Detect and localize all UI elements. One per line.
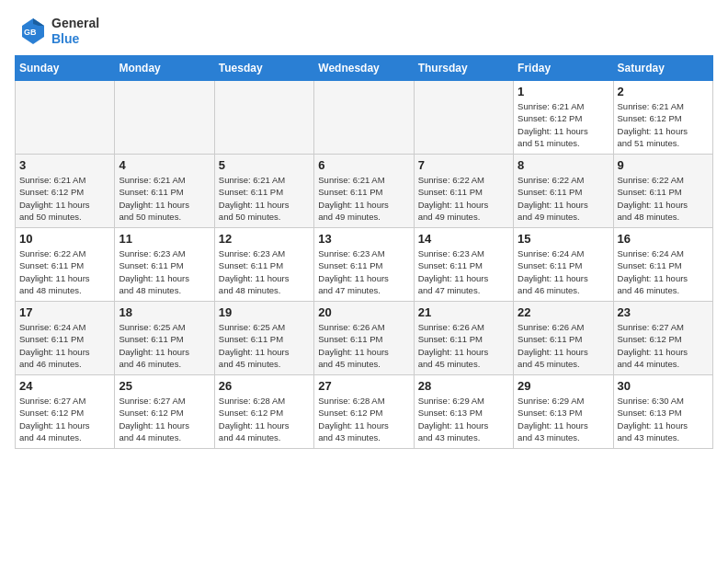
logo: GB General Blue — [15, 15, 99, 48]
day-info: Sunrise: 6:29 AMSunset: 6:13 PMDaylight:… — [418, 395, 509, 443]
logo-icon: GB — [15, 15, 48, 48]
calendar-cell: 14Sunrise: 6:23 AMSunset: 6:11 PMDayligh… — [414, 228, 513, 302]
week-row-4: 17Sunrise: 6:24 AMSunset: 6:11 PMDayligh… — [16, 302, 713, 375]
day-number: 6 — [318, 158, 409, 172]
calendar-cell: 28Sunrise: 6:29 AMSunset: 6:13 PMDayligh… — [414, 375, 513, 449]
calendar-cell: 30Sunrise: 6:30 AMSunset: 6:13 PMDayligh… — [613, 375, 712, 449]
calendar-cell: 10Sunrise: 6:22 AMSunset: 6:11 PMDayligh… — [16, 228, 115, 302]
day-number: 18 — [119, 305, 210, 319]
day-info: Sunrise: 6:24 AMSunset: 6:11 PMDaylight:… — [618, 247, 709, 296]
header-row: SundayMondayTuesdayWednesdayThursdayFrid… — [16, 56, 713, 81]
calendar-cell: 16Sunrise: 6:24 AMSunset: 6:11 PMDayligh… — [613, 228, 712, 302]
day-header-monday: Monday — [115, 56, 214, 81]
day-number: 10 — [19, 232, 110, 246]
day-number: 29 — [518, 379, 609, 393]
calendar-cell: 2Sunrise: 6:21 AMSunset: 6:12 PMDaylight… — [613, 81, 712, 155]
day-info: Sunrise: 6:22 AMSunset: 6:11 PMDaylight:… — [19, 247, 110, 296]
calendar-cell: 7Sunrise: 6:22 AMSunset: 6:11 PMDaylight… — [414, 155, 513, 228]
page-header: GB General Blue — [15, 15, 713, 48]
day-info: Sunrise: 6:23 AMSunset: 6:11 PMDaylight:… — [119, 247, 210, 296]
day-number: 22 — [518, 305, 609, 319]
day-info: Sunrise: 6:27 AMSunset: 6:12 PMDaylight:… — [618, 321, 709, 370]
calendar-cell — [214, 81, 313, 155]
day-number: 9 — [618, 158, 709, 172]
day-info: Sunrise: 6:22 AMSunset: 6:11 PMDaylight:… — [518, 174, 609, 223]
day-header-friday: Friday — [514, 56, 613, 81]
day-number: 2 — [618, 85, 709, 98]
calendar-cell: 17Sunrise: 6:24 AMSunset: 6:11 PMDayligh… — [16, 302, 115, 375]
calendar-cell: 21Sunrise: 6:26 AMSunset: 6:11 PMDayligh… — [414, 302, 513, 375]
day-number: 12 — [219, 232, 310, 246]
calendar-cell: 20Sunrise: 6:26 AMSunset: 6:11 PMDayligh… — [314, 302, 414, 375]
calendar-cell: 15Sunrise: 6:24 AMSunset: 6:11 PMDayligh… — [514, 228, 613, 302]
calendar-cell: 1Sunrise: 6:21 AMSunset: 6:12 PMDaylight… — [514, 81, 613, 155]
day-number: 8 — [518, 158, 609, 172]
day-header-tuesday: Tuesday — [214, 56, 313, 81]
calendar-cell: 18Sunrise: 6:25 AMSunset: 6:11 PMDayligh… — [115, 302, 214, 375]
day-info: Sunrise: 6:22 AMSunset: 6:11 PMDaylight:… — [618, 174, 709, 223]
day-number: 5 — [219, 158, 310, 172]
calendar-cell: 12Sunrise: 6:23 AMSunset: 6:11 PMDayligh… — [214, 228, 313, 302]
day-info: Sunrise: 6:25 AMSunset: 6:11 PMDaylight:… — [119, 321, 210, 370]
day-number: 24 — [19, 379, 110, 393]
logo-text: General Blue — [51, 16, 99, 47]
calendar-cell: 22Sunrise: 6:26 AMSunset: 6:11 PMDayligh… — [514, 302, 613, 375]
day-header-saturday: Saturday — [613, 56, 712, 81]
calendar-cell: 3Sunrise: 6:21 AMSunset: 6:12 PMDaylight… — [16, 155, 115, 228]
week-row-3: 10Sunrise: 6:22 AMSunset: 6:11 PMDayligh… — [16, 228, 713, 302]
day-number: 11 — [119, 232, 210, 246]
calendar-cell: 13Sunrise: 6:23 AMSunset: 6:11 PMDayligh… — [314, 228, 414, 302]
day-header-sunday: Sunday — [16, 56, 115, 81]
day-number: 7 — [418, 158, 509, 172]
day-number: 26 — [219, 379, 310, 393]
day-number: 13 — [318, 232, 409, 246]
day-info: Sunrise: 6:21 AMSunset: 6:11 PMDaylight:… — [219, 174, 310, 223]
day-number: 19 — [219, 305, 310, 319]
calendar-cell: 11Sunrise: 6:23 AMSunset: 6:11 PMDayligh… — [115, 228, 214, 302]
day-info: Sunrise: 6:24 AMSunset: 6:11 PMDaylight:… — [19, 321, 110, 370]
day-info: Sunrise: 6:23 AMSunset: 6:11 PMDaylight:… — [418, 247, 509, 296]
day-info: Sunrise: 6:26 AMSunset: 6:11 PMDaylight:… — [318, 321, 409, 370]
calendar-cell: 26Sunrise: 6:28 AMSunset: 6:12 PMDayligh… — [214, 375, 313, 449]
calendar-cell: 5Sunrise: 6:21 AMSunset: 6:11 PMDaylight… — [214, 155, 313, 228]
day-info: Sunrise: 6:30 AMSunset: 6:13 PMDaylight:… — [618, 395, 709, 443]
day-info: Sunrise: 6:27 AMSunset: 6:12 PMDaylight:… — [119, 395, 210, 443]
day-number: 30 — [618, 379, 709, 393]
calendar-cell: 23Sunrise: 6:27 AMSunset: 6:12 PMDayligh… — [613, 302, 712, 375]
day-header-wednesday: Wednesday — [314, 56, 414, 81]
day-info: Sunrise: 6:21 AMSunset: 6:11 PMDaylight:… — [318, 174, 409, 223]
day-number: 14 — [418, 232, 509, 246]
day-number: 23 — [618, 305, 709, 319]
svg-text:GB: GB — [24, 28, 37, 37]
calendar-cell: 6Sunrise: 6:21 AMSunset: 6:11 PMDaylight… — [314, 155, 414, 228]
day-header-thursday: Thursday — [414, 56, 513, 81]
day-number: 28 — [418, 379, 509, 393]
day-info: Sunrise: 6:27 AMSunset: 6:12 PMDaylight:… — [19, 395, 110, 443]
day-number: 1 — [518, 85, 609, 98]
day-number: 21 — [418, 305, 509, 319]
calendar-cell — [314, 81, 414, 155]
calendar-cell: 24Sunrise: 6:27 AMSunset: 6:12 PMDayligh… — [16, 375, 115, 449]
calendar-cell — [414, 81, 513, 155]
day-info: Sunrise: 6:21 AMSunset: 6:12 PMDaylight:… — [518, 100, 609, 149]
day-number: 15 — [518, 232, 609, 246]
day-info: Sunrise: 6:23 AMSunset: 6:11 PMDaylight:… — [318, 247, 409, 296]
day-info: Sunrise: 6:21 AMSunset: 6:12 PMDaylight:… — [19, 174, 110, 223]
day-number: 27 — [318, 379, 409, 393]
week-row-1: 1Sunrise: 6:21 AMSunset: 6:12 PMDaylight… — [16, 81, 713, 155]
calendar-cell — [115, 81, 214, 155]
calendar-cell: 19Sunrise: 6:25 AMSunset: 6:11 PMDayligh… — [214, 302, 313, 375]
day-info: Sunrise: 6:22 AMSunset: 6:11 PMDaylight:… — [418, 174, 509, 223]
day-number: 25 — [119, 379, 210, 393]
calendar-body: 1Sunrise: 6:21 AMSunset: 6:12 PMDaylight… — [16, 81, 713, 449]
day-info: Sunrise: 6:26 AMSunset: 6:11 PMDaylight:… — [418, 321, 509, 370]
day-info: Sunrise: 6:28 AMSunset: 6:12 PMDaylight:… — [219, 395, 310, 443]
day-info: Sunrise: 6:28 AMSunset: 6:12 PMDaylight:… — [318, 395, 409, 443]
calendar-cell: 29Sunrise: 6:29 AMSunset: 6:13 PMDayligh… — [514, 375, 613, 449]
day-info: Sunrise: 6:25 AMSunset: 6:11 PMDaylight:… — [219, 321, 310, 370]
calendar-table: SundayMondayTuesdayWednesdayThursdayFrid… — [15, 55, 713, 449]
calendar-cell: 25Sunrise: 6:27 AMSunset: 6:12 PMDayligh… — [115, 375, 214, 449]
calendar-cell: 8Sunrise: 6:22 AMSunset: 6:11 PMDaylight… — [514, 155, 613, 228]
week-row-5: 24Sunrise: 6:27 AMSunset: 6:12 PMDayligh… — [16, 375, 713, 449]
day-info: Sunrise: 6:21 AMSunset: 6:12 PMDaylight:… — [618, 100, 709, 149]
